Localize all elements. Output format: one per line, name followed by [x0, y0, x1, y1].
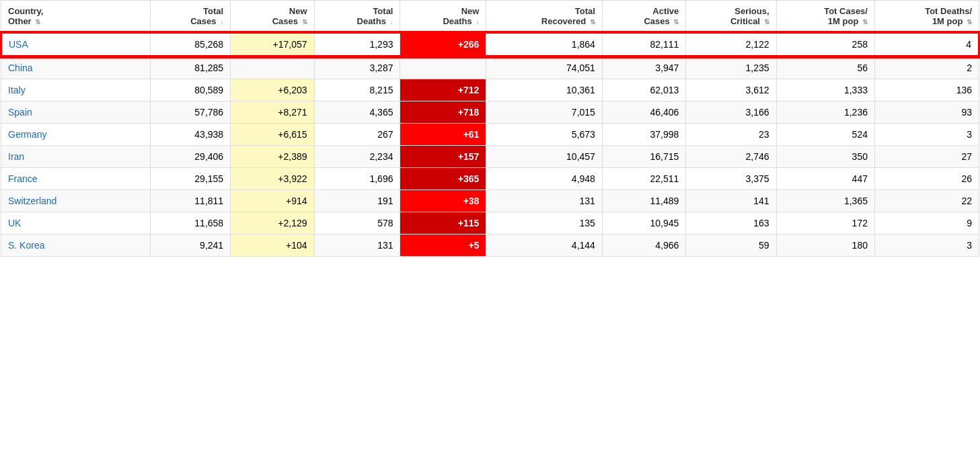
- cell-total-recovered: 10,457: [486, 146, 603, 168]
- sort-icon-total-cases[interactable]: ↓: [220, 18, 223, 26]
- cell-total-cases: 11,658: [150, 212, 230, 235]
- header-serious-critical[interactable]: Serious,Critical ⇅: [686, 1, 776, 33]
- cell-serious-critical: 3,612: [686, 79, 776, 101]
- cell-active-cases: 10,945: [602, 212, 685, 235]
- cell-total-deaths: 1,696: [314, 168, 400, 190]
- cell-active-cases: 16,715: [602, 146, 685, 168]
- cell-tot-cases-1m: 1,365: [776, 190, 874, 212]
- cell-tot-deaths-1m: 3: [874, 124, 979, 146]
- country-link[interactable]: Iran: [8, 151, 24, 162]
- cell-tot-cases-1m: 524: [776, 124, 874, 146]
- header-tot-cases-1m[interactable]: Tot Cases/1M pop ⇅: [776, 1, 874, 33]
- cell-tot-deaths-1m: 22: [874, 190, 979, 212]
- sort-icon-serious[interactable]: ⇅: [764, 18, 769, 26]
- table-row: China81,2853,28774,0513,9471,235562: [1, 56, 979, 79]
- cell-new-cases: +8,271: [231, 101, 314, 124]
- cell-total-cases: 29,155: [150, 168, 230, 190]
- cell-total-recovered: 4,948: [486, 168, 603, 190]
- cell-tot-deaths-1m: 27: [874, 146, 979, 168]
- cell-serious-critical: 141: [686, 190, 776, 212]
- cell-total-cases: 9,241: [150, 235, 230, 257]
- cell-tot-deaths-1m: 3: [874, 235, 979, 257]
- cell-total-deaths: 4,365: [314, 101, 400, 124]
- cell-country: S. Korea: [1, 235, 151, 257]
- cell-total-recovered: 10,361: [486, 79, 603, 101]
- country-link[interactable]: UK: [8, 218, 21, 228]
- cell-total-cases: 81,285: [150, 56, 230, 79]
- sort-icon-total-recovered[interactable]: ⇅: [590, 18, 595, 26]
- cell-tot-cases-1m: 180: [776, 235, 874, 257]
- header-total-deaths[interactable]: TotalDeaths ↓: [314, 1, 400, 33]
- cell-total-recovered: 5,673: [486, 124, 603, 146]
- header-total-cases[interactable]: TotalCases ↓: [150, 1, 230, 33]
- cell-active-cases: 3,947: [602, 56, 685, 79]
- cell-tot-cases-1m: 350: [776, 146, 874, 168]
- sort-icon-cases-1m[interactable]: ⇅: [862, 18, 868, 26]
- cell-new-deaths: [400, 56, 486, 79]
- cell-total-recovered: 4,144: [486, 235, 603, 257]
- sort-icon-active-cases[interactable]: ⇅: [673, 18, 679, 26]
- sort-icon-country[interactable]: ⇅: [35, 18, 40, 26]
- cell-serious-critical: 2,122: [686, 33, 776, 56]
- cell-new-deaths: +712: [400, 79, 486, 101]
- header-new-deaths[interactable]: NewDeaths ↓: [400, 1, 486, 33]
- cell-new-cases: +2,389: [231, 146, 314, 168]
- cell-tot-deaths-1m: 136: [874, 79, 979, 101]
- cell-serious-critical: 3,166: [686, 101, 776, 124]
- country-link[interactable]: China: [8, 62, 33, 73]
- cell-serious-critical: 23: [686, 124, 776, 146]
- cell-total-deaths: 578: [314, 212, 400, 235]
- cell-country: Germany: [1, 124, 151, 146]
- sort-icon-total-deaths[interactable]: ↓: [389, 18, 393, 26]
- header-tot-deaths-1m[interactable]: Tot Deaths/1M pop ⇅: [874, 1, 979, 33]
- table-row: Iran29,406+2,3892,234+15710,45716,7152,7…: [1, 146, 979, 168]
- cell-active-cases: 46,406: [602, 101, 685, 124]
- table-row: Germany43,938+6,615267+615,67337,9982352…: [1, 124, 979, 146]
- country-link[interactable]: Switzerland: [8, 196, 56, 206]
- cell-new-cases: +914: [231, 190, 314, 212]
- table-row: Italy80,589+6,2038,215+71210,36162,0133,…: [1, 79, 979, 101]
- cell-tot-deaths-1m: 26: [874, 168, 979, 190]
- cell-active-cases: 22,511: [602, 168, 685, 190]
- cell-new-deaths: +61: [400, 124, 486, 146]
- country-link[interactable]: Germany: [8, 129, 47, 140]
- cell-tot-cases-1m: 56: [776, 56, 874, 79]
- header-new-cases[interactable]: NewCases ⇅: [231, 1, 314, 33]
- cell-country: UK: [1, 212, 151, 235]
- country-link[interactable]: France: [8, 173, 38, 184]
- cell-new-deaths: +38: [400, 190, 486, 212]
- cell-tot-deaths-1m: 93: [874, 101, 979, 124]
- country-link[interactable]: Italy: [8, 85, 26, 95]
- header-active-cases[interactable]: ActiveCases ⇅: [602, 1, 685, 33]
- cell-serious-critical: 3,375: [686, 168, 776, 190]
- cell-new-deaths: +115: [400, 212, 486, 235]
- table-row: USA85,268+17,0571,293+2661,86482,1112,12…: [1, 33, 979, 56]
- country-link[interactable]: S. Korea: [8, 240, 44, 251]
- cell-total-cases: 11,811: [150, 190, 230, 212]
- cell-new-cases: +3,922: [231, 168, 314, 190]
- cell-active-cases: 82,111: [602, 33, 685, 56]
- cell-new-deaths: +365: [400, 168, 486, 190]
- cell-tot-cases-1m: 172: [776, 212, 874, 235]
- table-row: France29,155+3,9221,696+3654,94822,5113,…: [1, 168, 979, 190]
- sort-icon-new-deaths[interactable]: ↓: [476, 18, 479, 26]
- cell-active-cases: 62,013: [602, 79, 685, 101]
- cell-new-cases: +17,057: [231, 33, 314, 56]
- table-row: UK11,658+2,129578+11513510,9451631729: [1, 212, 979, 235]
- cell-total-deaths: 131: [314, 235, 400, 257]
- sort-icon-deaths-1m[interactable]: ⇅: [967, 18, 972, 26]
- cell-country: France: [1, 168, 151, 190]
- sort-icon-new-cases[interactable]: ⇅: [302, 18, 307, 26]
- cell-total-recovered: 7,015: [486, 101, 603, 124]
- cell-total-cases: 29,406: [150, 146, 230, 168]
- cell-total-recovered: 135: [486, 212, 603, 235]
- cell-total-deaths: 1,293: [314, 33, 400, 56]
- cell-serious-critical: 163: [686, 212, 776, 235]
- header-country[interactable]: Country,Other ⇅: [1, 1, 151, 33]
- country-link[interactable]: Spain: [8, 107, 32, 118]
- cell-new-cases: +6,203: [231, 79, 314, 101]
- table-row: S. Korea9,241+104131+54,1444,966591803: [1, 235, 979, 257]
- country-link[interactable]: USA: [9, 39, 28, 50]
- header-total-recovered[interactable]: TotalRecovered ⇅: [486, 1, 603, 33]
- cell-total-recovered: 74,051: [486, 56, 603, 79]
